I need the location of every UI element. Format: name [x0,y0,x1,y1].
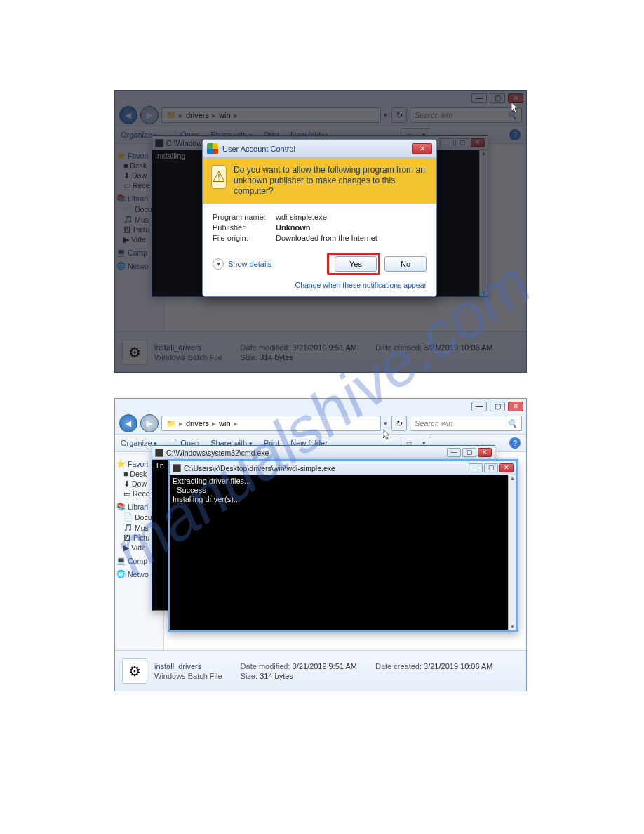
cmd-close[interactable]: ✕ [478,448,492,457]
refresh-button[interactable]: ↻ [391,416,407,431]
cmd-max[interactable]: ▢ [462,448,476,457]
no-button[interactable]: No [384,256,427,272]
shield-icon [207,143,218,154]
forward-button[interactable]: ► [140,414,159,432]
details-created-label: Date created: [375,343,422,352]
minimize-button[interactable]: — [471,93,487,103]
wdi-window[interactable]: C:\Users\x\Desktop\drivers\win\wdi-simpl… [168,459,518,632]
wdi-min[interactable]: — [469,463,483,472]
back-button[interactable]: ◄ [119,414,137,432]
details-modified-label: Date modified: [241,662,290,670]
cmd-scrollbar[interactable] [479,150,488,296]
nav-row: ◄ ► 📁 ▸ drivers ▸ win ▸ ▾ ↻ Search win 🔍 [115,413,526,434]
uac-banner: ⚠ Do you want to allow the following pro… [203,158,436,204]
details-size-label: Size: [241,672,257,680]
explorer-window-2: — ▢ ✕ ◄ ► 📁 ▸ drivers ▸ win ▸ ▾ ↻ Search… [114,398,527,691]
breadcrumb-seg[interactable]: drivers [186,111,209,119]
refresh-button[interactable]: ↻ [391,107,407,123]
details-filename: install_drivers [154,343,222,352]
details-modified-label: Date modified: [241,343,290,352]
show-details-link[interactable]: Show details [228,260,271,268]
publisher-label: Publisher: [213,223,276,232]
wdi-close[interactable]: ✕ [499,463,514,472]
back-button[interactable]: ◄ [119,106,137,124]
uac-question: Do you want to allow the following progr… [234,165,428,197]
wdi-scrollbar[interactable] [508,475,516,630]
file-origin: Downloaded from the Internet [276,234,377,242]
file-icon: ⚙ [122,658,147,684]
details-filetype: Windows Batch File [154,353,222,362]
explorer-main: C:\Windows\system32\cmd.exe — ▢ ✕ In [164,452,526,650]
details-modified: 3/21/2019 9:51 AM [293,343,357,352]
cmd-min[interactable]: — [447,448,461,457]
details-created: 3/21/2019 10:06 AM [424,662,492,670]
details-filetype: Windows Batch File [154,672,222,680]
chevron-down-icon[interactable]: ▾ [213,258,224,270]
cmd-icon [173,464,181,472]
details-filename: install_drivers [154,662,222,670]
cmd-min[interactable]: — [440,138,454,147]
cmd-close[interactable]: ✕ [471,138,485,147]
search-icon: 🔍 [507,111,517,120]
maximize-button[interactable]: ▢ [490,402,505,411]
uac-close-button[interactable]: ✕ [412,143,432,154]
folder-icon: 📁 [166,419,176,428]
details-size-label: Size: [241,353,257,362]
maximize-button[interactable]: ▢ [490,93,505,103]
window-controls: — ▢ ✕ [471,93,523,103]
details-modified: 3/21/2019 9:51 AM [293,662,357,670]
search-placeholder: Search win [415,111,452,119]
address-dropdown[interactable]: ▾ [384,420,387,427]
wdi-body: Extracting driver files... Success Insta… [170,475,508,630]
search-input[interactable]: Search win 🔍 [410,416,522,431]
search-icon: 🔍 [507,419,517,428]
uac-title-text: User Account Control [222,145,408,153]
details-size: 314 bytes [260,672,293,680]
address-bar[interactable]: 📁 ▸ drivers ▸ win ▸ [161,107,381,123]
breadcrumb-seg[interactable]: win [219,419,231,428]
details-created-label: Date created: [375,662,422,670]
cmd-icon [155,449,163,457]
folder-icon: 📁 [166,111,176,120]
forward-button[interactable]: ► [140,106,159,124]
address-dropdown[interactable]: ▾ [384,112,387,119]
program-name-label: Program name: [213,213,276,221]
file-icon: ⚙ [122,340,147,365]
help-icon[interactable]: ? [509,437,521,449]
details-created: 3/21/2019 10:06 AM [424,343,492,352]
cmd-max[interactable]: ▢ [455,138,469,147]
uac-dialog: User Account Control ✕ ⚠ Do you want to … [202,139,437,297]
cmd-title: C:\Windows\system32\cmd.exe [166,449,444,457]
close-button[interactable]: ✕ [508,402,523,411]
wdi-title: C:\Users\x\Desktop\drivers\win\wdi-simpl… [184,464,466,472]
search-input[interactable]: Search win 🔍 [410,107,522,123]
file-origin-label: File origin: [213,234,276,242]
minimize-button[interactable]: — [471,402,487,411]
wdi-max[interactable]: ▢ [484,463,498,472]
change-notifications-link[interactable]: Change when these notifications appear [295,281,427,289]
breadcrumb-seg[interactable]: drivers [186,419,209,428]
nav-row: ◄ ► 📁 ▸ drivers ▸ win ▸ ▾ ↻ Search win 🔍 [115,105,526,126]
cmd-icon [155,139,163,147]
screenshot-1: — ▢ ✕ ◄ ► 📁 ▸ drivers ▸ win ▸ ▾ ↻ Search… [114,90,527,373]
details-pane: ⚙ install_drivers Date modified: 3/21/20… [115,331,526,372]
search-placeholder: Search win [415,419,452,428]
publisher: Unknown [276,223,311,232]
details-size: 314 bytes [260,353,293,362]
yes-button[interactable]: Yes [335,256,377,272]
screenshot-2: — ▢ ✕ ◄ ► 📁 ▸ drivers ▸ win ▸ ▾ ↻ Search… [114,398,527,691]
address-bar[interactable]: 📁 ▸ drivers ▸ win ▸ [161,416,381,431]
yes-highlight: Yes [327,253,380,275]
close-button[interactable]: ✕ [508,93,523,103]
uac-titlebar: User Account Control ✕ [203,140,436,158]
window-controls: — ▢ ✕ [471,402,523,411]
program-name: wdi-simple.exe [276,213,327,221]
breadcrumb-seg[interactable]: win [219,111,231,119]
help-icon[interactable]: ? [509,129,521,140]
warning-shield-icon: ⚠ [211,165,227,189]
details-pane: ⚙ install_drivers Date modified: 3/21/20… [115,650,526,691]
